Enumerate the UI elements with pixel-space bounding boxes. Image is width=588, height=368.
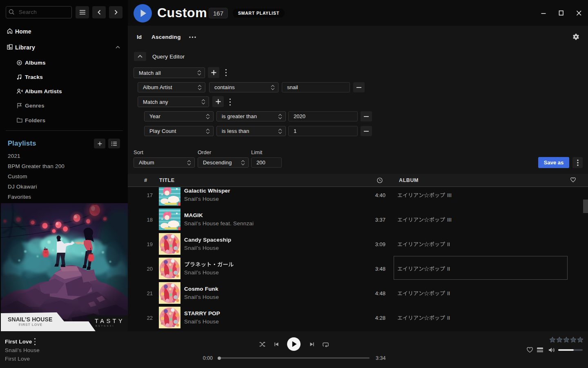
svg-text:FIRST LOVE: FIRST LOVE [19, 323, 42, 327]
svg-text:TASTY: TASTY [95, 318, 125, 324]
svg-text:BSTNNXI: BSTNNXI [96, 325, 114, 327]
svg-text:SNAIL’S HOUSE: SNAIL’S HOUSE [8, 316, 52, 323]
